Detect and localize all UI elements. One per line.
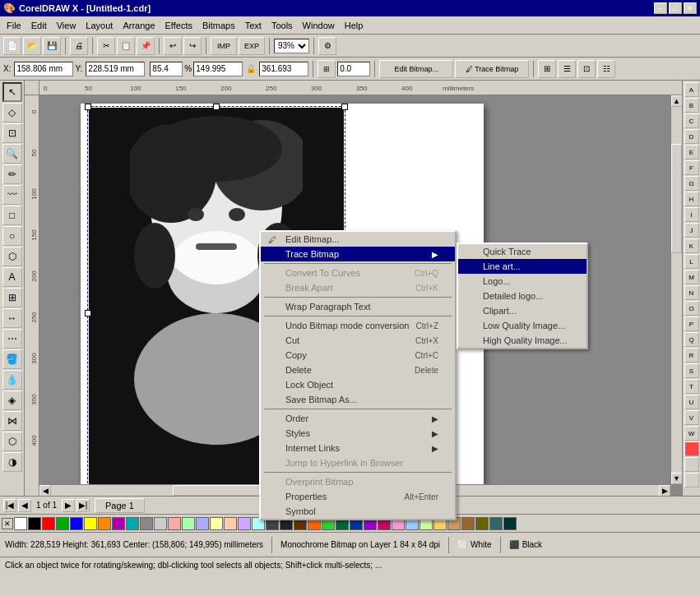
ctx-delete[interactable]: Delete Delete xyxy=(261,363,455,377)
page-last-button[interactable]: ▶| xyxy=(76,499,90,512)
rt-btn-14[interactable]: N xyxy=(684,285,699,300)
hscroll-right[interactable]: ▶ xyxy=(659,485,670,497)
color-yellow[interactable] xyxy=(84,517,97,530)
ctx-cut[interactable]: Cut Ctrl+X xyxy=(261,333,455,348)
extrude-tool[interactable]: ⬡ xyxy=(2,432,22,451)
color-red[interactable] xyxy=(42,517,55,530)
zoom-tool[interactable]: 🔍 xyxy=(2,144,22,164)
paste-button[interactable]: 📌 xyxy=(137,37,155,55)
rt-btn-20[interactable]: T xyxy=(684,379,699,394)
sub-low-quality[interactable]: Low Quality Image... xyxy=(458,318,586,333)
crop-tool[interactable]: ⊡ xyxy=(2,123,22,143)
ctx-save-bitmap[interactable]: Save Bitmap As... xyxy=(261,392,455,407)
vscroll-thumb[interactable] xyxy=(671,144,682,254)
color-darkaqua[interactable] xyxy=(503,517,517,530)
connector-tool[interactable]: ⋯ xyxy=(2,329,22,349)
align-button[interactable]: ☷ xyxy=(597,60,615,78)
color-lightgray[interactable] xyxy=(154,517,167,530)
angle-input[interactable] xyxy=(337,62,370,76)
print-button[interactable]: 🖨 xyxy=(70,37,88,55)
shape-tool[interactable]: ◇ xyxy=(2,103,22,122)
menu-text[interactable]: Text xyxy=(240,19,267,32)
handle-tr[interactable] xyxy=(341,104,348,110)
rt-btn-18[interactable]: R xyxy=(684,348,699,363)
edit-bitmap-button[interactable]: Edit Bitmap... xyxy=(379,60,453,78)
select-tool[interactable]: ↖ xyxy=(2,82,22,102)
rt-btn-10[interactable]: J xyxy=(684,223,699,238)
page-next-button[interactable]: ▶ xyxy=(62,499,75,512)
color-orange[interactable] xyxy=(98,517,111,530)
page-prev-button[interactable]: ◀ xyxy=(18,499,31,512)
ctx-undo[interactable]: Undo Bitmap mode conversion Ctrl+Z xyxy=(261,318,455,333)
trace-bitmap-button[interactable]: 🖊 Trace Bitmap xyxy=(455,60,529,78)
copy-button[interactable]: 📋 xyxy=(117,37,135,55)
color-black[interactable] xyxy=(28,517,41,530)
color-lightyellow[interactable] xyxy=(210,517,223,530)
sub-logo[interactable]: Logo... xyxy=(458,274,586,289)
shadow-tool[interactable]: ◑ xyxy=(2,452,22,472)
undo-button[interactable]: ↩ xyxy=(164,37,182,55)
ctx-trace-bitmap[interactable]: Trace Bitmap ▶ xyxy=(261,247,455,261)
rt-btn-8[interactable]: H xyxy=(684,192,699,206)
ctx-copy[interactable]: Copy Ctrl+C xyxy=(261,348,455,363)
save-button[interactable]: 💾 xyxy=(43,37,61,55)
h-input[interactable] xyxy=(193,62,243,76)
color-lightgreen[interactable] xyxy=(182,517,195,530)
rt-btn-24[interactable] xyxy=(684,441,699,456)
menu-tools[interactable]: Tools xyxy=(267,19,298,32)
ctx-order[interactable]: Order ▶ xyxy=(261,411,455,426)
color-green[interactable] xyxy=(56,517,69,530)
rt-btn-21[interactable]: U xyxy=(684,395,699,409)
ctx-lock-object[interactable]: Lock Object xyxy=(261,377,455,392)
vscroll-track[interactable] xyxy=(671,107,682,473)
rt-btn-19[interactable]: S xyxy=(684,363,699,378)
table-tool[interactable]: ⊞ xyxy=(2,288,22,307)
vscroll-up[interactable]: ▲ xyxy=(671,95,683,107)
maximize-button[interactable]: □ xyxy=(669,2,682,14)
color-olive[interactable] xyxy=(475,517,489,530)
menu-bitmaps[interactable]: Bitmaps xyxy=(197,19,240,32)
blend-tool[interactable]: ⋈ xyxy=(2,411,22,431)
sub-high-quality[interactable]: High Quality Image... xyxy=(458,333,586,348)
rt-btn-16[interactable]: P xyxy=(684,316,699,331)
color-white[interactable] xyxy=(14,517,27,530)
rt-btn-12[interactable]: L xyxy=(684,254,699,269)
color-lightblue[interactable] xyxy=(196,517,209,530)
ctx-internet-links[interactable]: Internet Links ▶ xyxy=(261,441,455,455)
rt-btn-25[interactable] xyxy=(684,457,699,472)
handle-tm[interactable] xyxy=(213,104,220,110)
ellipse-tool[interactable]: ○ xyxy=(2,226,22,246)
rt-btn-26[interactable] xyxy=(684,473,699,487)
handle-ml[interactable] xyxy=(85,310,91,316)
freehand-tool[interactable]: ✏ xyxy=(2,164,22,184)
color-lavender[interactable] xyxy=(238,517,251,530)
page-tab-1[interactable]: Page 1 xyxy=(95,498,145,513)
w-input[interactable] xyxy=(150,62,183,76)
color-purple[interactable] xyxy=(112,517,125,530)
color-lightred[interactable] xyxy=(168,517,181,530)
smart-draw-tool[interactable]: 〰 xyxy=(2,185,22,205)
rt-btn-9[interactable]: I xyxy=(684,207,699,222)
rt-btn-17[interactable]: Q xyxy=(684,332,699,347)
ctx-properties[interactable]: Properties Alt+Enter xyxy=(261,489,455,504)
vscroll-down[interactable]: ▼ xyxy=(671,473,683,484)
sub-quick-trace[interactable]: Quick Trace xyxy=(458,244,586,259)
rt-btn-15[interactable]: O xyxy=(684,301,699,316)
rt-btn-13[interactable]: M xyxy=(684,270,699,284)
ctx-wrap-text[interactable]: Wrap Paragraph Text xyxy=(261,299,455,314)
cut-button[interactable]: ✂ xyxy=(97,37,115,55)
menu-window[interactable]: Window xyxy=(298,19,340,32)
menu-edit[interactable]: Edit xyxy=(26,19,52,32)
dimension-tool[interactable]: ↔ xyxy=(2,308,22,328)
y-input[interactable] xyxy=(86,62,145,76)
rt-btn-23[interactable]: W xyxy=(684,426,699,441)
open-button[interactable]: 📂 xyxy=(23,37,41,55)
w2-input[interactable] xyxy=(259,62,308,76)
snap2-button[interactable]: ⊡ xyxy=(577,60,596,78)
import-button[interactable]: IMP xyxy=(211,37,237,55)
ctx-symbol[interactable]: Symbol xyxy=(261,504,455,519)
vscrollbar[interactable]: ▲ ▼ xyxy=(670,95,682,484)
ctx-edit-bitmap[interactable]: 🖊 Edit Bitmap... xyxy=(261,232,455,247)
polygon-tool[interactable]: ⬡ xyxy=(2,247,22,266)
color-teal[interactable] xyxy=(489,517,503,530)
